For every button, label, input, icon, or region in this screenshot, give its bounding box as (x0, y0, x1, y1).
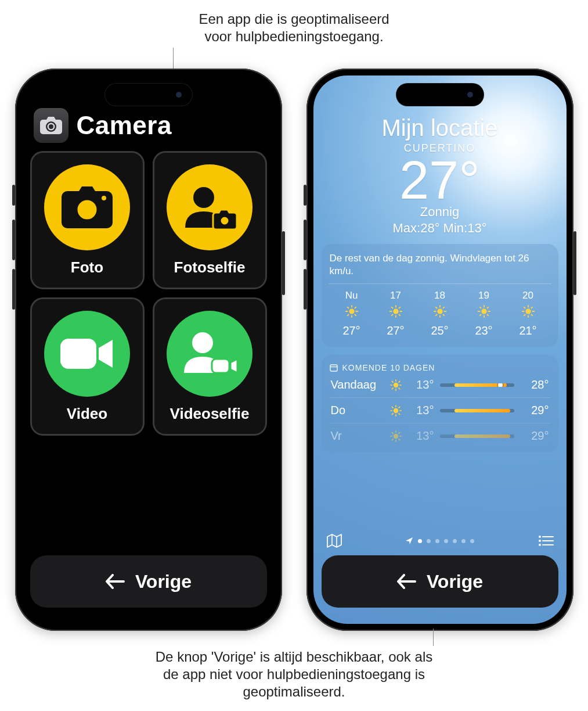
day-label: Vr (331, 429, 384, 443)
svg-line-68 (398, 381, 399, 382)
tile-videoselfie[interactable]: Videoselfie (153, 297, 267, 436)
svg-line-30 (399, 307, 400, 308)
daily-title-text: KOMENDE 10 DAGEN (342, 363, 435, 372)
callout-top: Een app die is geoptimaliseerdvoor hulpb… (0, 10, 588, 45)
hour-time: 19 (462, 290, 506, 301)
daily-row[interactable]: Do 13° 29° (330, 397, 550, 423)
dynamic-island (396, 84, 484, 106)
divider (329, 283, 551, 284)
page-dot (453, 539, 457, 543)
current-condition: Zonnig (313, 204, 567, 220)
current-temp: 27° (313, 153, 567, 207)
screen-weather-app: Mijn locatie CUPERTINO 27° Zonnig Max:28… (313, 76, 567, 624)
svg-line-85 (392, 439, 393, 440)
page-dot (435, 539, 439, 543)
back-label: Vorige (135, 571, 192, 592)
svg-rect-58 (330, 365, 337, 371)
svg-line-84 (398, 439, 399, 440)
hour-temp: 23° (462, 324, 506, 337)
hour-temp: 21° (506, 324, 550, 337)
temp-bar (440, 409, 514, 412)
svg-line-19 (355, 315, 356, 316)
camera-icon (44, 164, 130, 250)
svg-line-46 (487, 315, 488, 316)
location-arrow-icon (405, 537, 413, 545)
tile-label: Foto (71, 258, 103, 276)
selfie-video-icon (167, 311, 252, 397)
map-icon[interactable] (326, 533, 342, 548)
sun-icon (390, 405, 402, 416)
page-dot (427, 539, 431, 543)
svg-line-27 (391, 307, 392, 308)
hourly-summary: De rest van de dag zonnig. Windvlagen to… (330, 252, 550, 278)
svg-line-86 (398, 432, 399, 433)
day-low: 13° (407, 429, 434, 443)
day-low: 13° (407, 378, 434, 392)
svg-line-45 (479, 307, 481, 308)
svg-point-11 (192, 332, 213, 353)
dynamic-island (105, 84, 192, 106)
svg-line-36 (435, 307, 437, 308)
svg-line-67 (392, 388, 393, 389)
svg-line-55 (531, 315, 532, 316)
camera-app-icon (34, 108, 68, 143)
list-icon[interactable] (538, 534, 554, 547)
hour-temp: 27° (330, 324, 374, 337)
hour-temp: 25° (418, 324, 462, 337)
svg-rect-12 (212, 359, 229, 373)
hourly-row: Nu 27°17 27°18 25°19 (330, 290, 550, 337)
hour-cell: 17 27° (374, 290, 418, 337)
tile-foto[interactable]: Foto (30, 151, 145, 289)
sun-icon (390, 379, 402, 391)
svg-rect-10 (60, 339, 96, 369)
page-dot (470, 539, 474, 543)
daily-row[interactable]: Vr 13° 29° (330, 423, 550, 448)
hour-temp: 27° (374, 324, 418, 337)
daily-row[interactable]: Vandaag 13° 28° (330, 372, 550, 397)
svg-line-39 (443, 307, 444, 308)
tile-label: Videoselfie (170, 405, 250, 423)
day-high: 29° (520, 429, 549, 443)
tile-fotoselfie[interactable]: Fotoselfie (153, 151, 267, 289)
svg-line-77 (398, 407, 399, 408)
callout-top-text: Een app die is geoptimaliseerdvoor hulpb… (199, 11, 389, 44)
back-button[interactable]: Vorige (322, 555, 558, 608)
hour-time: Nu (330, 290, 374, 301)
hour-cell: Nu 27° (330, 290, 374, 337)
svg-point-87 (539, 536, 541, 538)
camera-grid: Foto (22, 146, 275, 440)
svg-line-66 (398, 388, 399, 389)
side-button (304, 220, 306, 260)
side-button (12, 220, 15, 260)
daily-rows: Vandaag 13° 28° Do 13° 29° Vr (330, 372, 550, 448)
svg-point-60 (393, 383, 398, 387)
side-button (12, 269, 15, 310)
hourly-panel[interactable]: De rest van de dag zonnig. Windvlagen to… (322, 244, 558, 347)
svg-line-75 (398, 414, 399, 415)
tile-video[interactable]: Video (30, 297, 145, 436)
leader-line-bottom (433, 629, 434, 646)
svg-line-47 (479, 315, 481, 316)
hour-cell: 20 21° (506, 290, 550, 337)
sun-icon (345, 305, 358, 318)
page-dots[interactable] (405, 537, 474, 545)
svg-line-76 (392, 414, 393, 415)
side-button (12, 185, 15, 206)
daily-title: KOMENDE 10 DAGEN (330, 363, 550, 372)
svg-line-21 (355, 307, 356, 308)
callout-bottom: De knop 'Vorige' is altijd beschikbaar, … (0, 648, 588, 701)
hour-cell: 18 25° (418, 290, 462, 337)
svg-point-3 (49, 124, 53, 129)
svg-line-20 (347, 315, 348, 316)
back-button[interactable]: Vorige (30, 555, 267, 608)
temp-bar (440, 383, 514, 387)
svg-point-31 (437, 309, 442, 314)
arrow-left-icon (105, 574, 125, 589)
svg-point-40 (481, 309, 486, 314)
tile-label: Video (67, 405, 107, 423)
side-button (304, 185, 306, 206)
svg-line-65 (392, 381, 393, 382)
day-low: 13° (407, 404, 434, 417)
daily-panel[interactable]: KOMENDE 10 DAGEN Vandaag 13° 28° Do 13 (322, 355, 558, 452)
svg-line-28 (399, 315, 400, 316)
